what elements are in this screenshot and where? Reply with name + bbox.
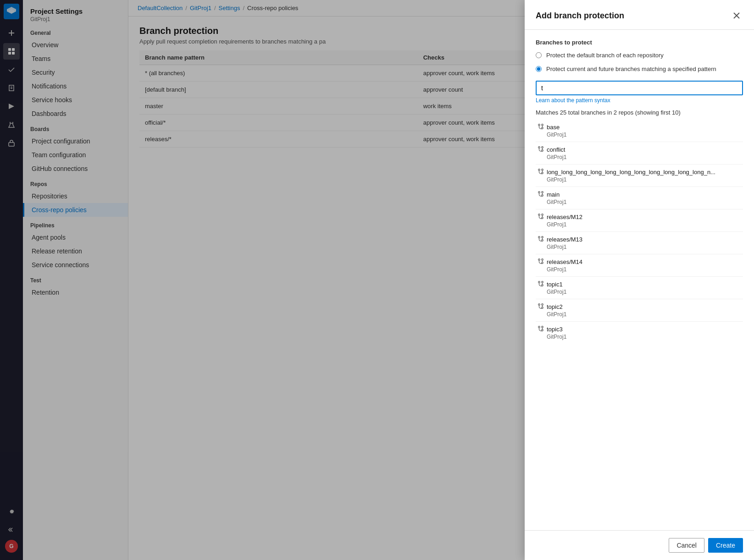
branch-icon	[538, 303, 544, 311]
pattern-input[interactable]	[536, 81, 743, 95]
svg-point-29	[538, 214, 540, 216]
branch-list-item[interactable]: main GitProj1	[536, 187, 743, 209]
branch-icon	[538, 236, 544, 243]
branch-name: topic1	[547, 281, 563, 288]
svg-point-24	[538, 192, 540, 193]
branch-icon	[538, 123, 544, 131]
branch-icon	[538, 258, 544, 266]
branch-repo: GitProj1	[547, 244, 741, 250]
svg-point-41	[542, 259, 543, 261]
branch-list-item[interactable]: releases/M14 GitProj1	[536, 254, 743, 277]
branch-name: topic2	[547, 303, 563, 310]
radio-default-label: Protect the default branch of each repos…	[546, 51, 664, 60]
create-button[interactable]: Create	[708, 538, 743, 553]
branch-name-row: topic2	[538, 303, 741, 311]
svg-point-46	[542, 281, 543, 283]
branch-icon	[538, 280, 544, 288]
svg-point-26	[542, 192, 543, 193]
svg-point-49	[538, 304, 540, 306]
branch-repo: GitProj1	[547, 334, 741, 340]
svg-point-54	[538, 326, 540, 328]
match-info: Matches 25 total branches in 2 repos (sh…	[536, 109, 743, 116]
branch-icon	[538, 146, 544, 154]
svg-point-51	[542, 304, 543, 306]
branch-name: releases/M14	[547, 258, 582, 265]
branch-name-row: main	[538, 191, 741, 198]
modal-overlay: Add branch protection Branches to protec…	[0, 0, 754, 560]
branch-name: conflict	[547, 146, 565, 153]
branch-name: releases/M12	[547, 214, 582, 220]
branch-name-row: base	[538, 123, 741, 131]
branch-name: releases/M13	[547, 236, 582, 243]
svg-point-31	[542, 214, 543, 216]
modal-panel: Add branch protection Branches to protec…	[525, 0, 754, 560]
branch-repo: GitProj1	[547, 199, 741, 205]
branch-name: long_long_long_long_long_long_long_long_…	[547, 169, 715, 176]
pattern-hint[interactable]: Learn about the pattern syntax	[536, 97, 743, 104]
branch-name-row: releases/M14	[538, 258, 741, 266]
svg-point-14	[538, 147, 540, 148]
cancel-button[interactable]: Cancel	[669, 538, 704, 553]
radio-pattern-branch[interactable]	[536, 66, 542, 72]
radio-pattern-label: Protect current and future branches matc…	[546, 65, 716, 73]
svg-point-16	[542, 147, 543, 148]
branch-list-item[interactable]: base GitProj1	[536, 120, 743, 142]
branch-name-row: conflict	[538, 146, 741, 154]
branch-list-item[interactable]: releases/M12 GitProj1	[536, 209, 743, 232]
branch-name-row: topic1	[538, 280, 741, 288]
branch-name: main	[547, 191, 560, 198]
svg-point-11	[542, 124, 543, 126]
svg-point-56	[542, 326, 543, 328]
radio-default-branch[interactable]	[536, 52, 542, 58]
branch-icon	[538, 191, 544, 198]
branch-name-row: releases/M12	[538, 213, 741, 221]
svg-point-19	[538, 169, 540, 171]
svg-point-44	[538, 281, 540, 283]
radio-option-pattern[interactable]: Protect current and future branches matc…	[536, 65, 743, 73]
branch-name: topic3	[547, 326, 563, 333]
svg-point-21	[542, 169, 543, 171]
branch-name-row: long_long_long_long_long_long_long_long_…	[538, 168, 741, 176]
branch-icon	[538, 168, 544, 176]
branch-repo: GitProj1	[547, 289, 741, 295]
svg-point-36	[542, 236, 543, 238]
branch-list: base GitProj1 conflict GitProj1 long_lon…	[536, 120, 743, 344]
branch-list-item[interactable]: long_long_long_long_long_long_long_long_…	[536, 165, 743, 187]
branch-name: base	[547, 124, 560, 131]
branch-list-item[interactable]: releases/M13 GitProj1	[536, 232, 743, 254]
branch-list-item[interactable]: topic1 GitProj1	[536, 277, 743, 299]
modal-title: Add branch protection	[536, 11, 624, 21]
branch-repo: GitProj1	[547, 176, 741, 183]
modal-body: Branches to protect Protect the default …	[525, 30, 754, 530]
svg-point-39	[538, 259, 540, 261]
branches-to-protect-label: Branches to protect	[536, 39, 743, 46]
svg-point-9	[538, 124, 540, 126]
svg-point-34	[538, 236, 540, 238]
branch-repo: GitProj1	[547, 154, 741, 160]
branch-repo: GitProj1	[547, 311, 741, 318]
modal-close-button[interactable]	[730, 9, 743, 22]
modal-footer: Cancel Create	[525, 530, 754, 560]
branch-list-item[interactable]: topic3 GitProj1	[536, 322, 743, 344]
branch-list-item[interactable]: conflict GitProj1	[536, 142, 743, 165]
branch-icon	[538, 213, 544, 221]
modal-header: Add branch protection	[525, 0, 754, 30]
branch-icon	[538, 325, 544, 333]
branch-name-row: releases/M13	[538, 236, 741, 243]
branch-repo: GitProj1	[547, 221, 741, 228]
branch-name-row: topic3	[538, 325, 741, 333]
branch-list-item[interactable]: topic2 GitProj1	[536, 299, 743, 322]
branch-repo: GitProj1	[547, 132, 741, 138]
branch-repo: GitProj1	[547, 266, 741, 273]
radio-option-default[interactable]: Protect the default branch of each repos…	[536, 51, 743, 60]
